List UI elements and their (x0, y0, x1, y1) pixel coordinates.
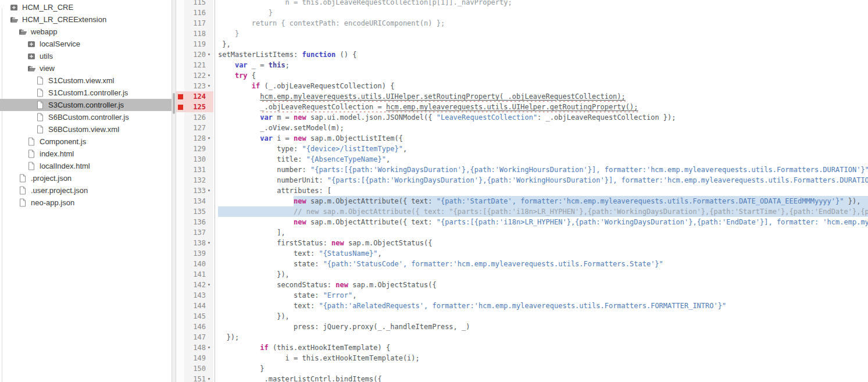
code-line-content[interactable]: ], (218, 227, 868, 238)
code-line-content[interactable]: text: "{path:'aRelatedRequests', formatt… (218, 301, 868, 311)
code-line-139[interactable]: 139 text: "{StatusName}", (176, 248, 868, 259)
code-line-content[interactable]: if (this.extHookItemTemplate) { (218, 342, 868, 353)
annotation-ruler[interactable] (176, 342, 184, 353)
line-number[interactable]: 132 (184, 175, 208, 185)
code-line-content[interactable]: new sap.m.ObjectAttribute({ text: "{part… (218, 217, 868, 227)
tree-item--user-project-json[interactable]: .user.project.json (0, 184, 172, 197)
code-line-133[interactable]: 133▾ attributes: [ (176, 185, 868, 196)
tree-item-component-js[interactable]: Component.js (0, 135, 172, 148)
annotation-ruler[interactable] (176, 301, 184, 311)
annotation-ruler[interactable] (176, 18, 184, 28)
annotation-ruler[interactable] (176, 290, 184, 301)
line-number[interactable]: 123 (184, 81, 208, 91)
fold-chevron-icon[interactable]: ▾ (208, 238, 213, 248)
line-number[interactable]: 148 (184, 342, 208, 353)
code-line-119[interactable]: 119 }, (176, 39, 868, 49)
annotation-ruler[interactable] (176, 60, 184, 70)
annotation-ruler[interactable] (176, 123, 184, 133)
annotation-ruler[interactable] (176, 353, 184, 363)
line-number[interactable]: 131 (184, 165, 208, 175)
line-number[interactable]: 125 (184, 102, 208, 112)
code-line-134[interactable]: 134 new sap.m.ObjectAttribute({ text: "{… (176, 196, 868, 206)
tree-item-view[interactable]: view (0, 62, 172, 74)
fold-chevron-icon[interactable]: ▾ (208, 185, 213, 196)
code-line-content[interactable]: try { (218, 70, 868, 81)
fold-chevron-icon[interactable]: ▾ (208, 49, 213, 60)
code-line-150[interactable]: 150 } (176, 363, 868, 374)
annotation-ruler[interactable] (176, 248, 184, 259)
code-line-content[interactable]: new sap.m.ObjectAttribute({ text: "{path… (218, 196, 868, 206)
tree-item-neo-app-json[interactable]: neo-app.json (0, 197, 172, 209)
code-line-143[interactable]: 143 state: "Error", (176, 290, 868, 301)
annotation-ruler[interactable] (176, 165, 184, 175)
code-line-141[interactable]: 141 }), (176, 269, 868, 280)
line-number[interactable]: 147 (184, 332, 208, 342)
annotation-ruler[interactable] (176, 144, 184, 154)
annotation-ruler[interactable] (176, 269, 184, 280)
tree-item-s6bcustom-controller-js[interactable]: S6BCustom.controller.js (0, 111, 172, 123)
code-line-content[interactable]: // new sap.m.ObjectAttribute({ text: "{p… (218, 206, 868, 217)
line-number[interactable]: 130 (184, 154, 208, 165)
annotation-ruler[interactable] (176, 0, 184, 8)
line-number[interactable]: 149 (184, 353, 208, 363)
code-line-131[interactable]: 131 number: "{parts:[{path:'WorkingDaysD… (176, 165, 868, 175)
code-line-content[interactable]: }), (218, 269, 868, 280)
code-line-content[interactable]: _.objLeaveRequestCollection = hcm.emp.my… (218, 102, 868, 112)
line-number[interactable]: 138 (184, 238, 208, 248)
code-line-146[interactable]: 146 press: jQuery.proxy(_._handleItemPre… (176, 322, 868, 332)
tree-item-index-html[interactable]: index.html (0, 148, 172, 160)
annotation-ruler[interactable] (176, 28, 184, 39)
line-number[interactable]: 121 (184, 60, 208, 70)
code-line-content[interactable]: i = this.extHookItemTemplate(i); (218, 353, 868, 363)
code-line-content[interactable]: attributes: [ (218, 185, 868, 196)
code-line-124[interactable]: 124 hcm.emp.myleaverequests.utils.UIHelp… (176, 91, 868, 102)
code-line-125[interactable]: 125 _.objLeaveRequestCollection = hcm.em… (176, 102, 868, 112)
code-line-138[interactable]: 138▾ firstStatus: new sap.m.ObjectStatus… (176, 238, 868, 248)
breakpoint-icon[interactable] (178, 105, 183, 110)
code-line-content[interactable]: state: "{path:'StatusCode', formatter:'h… (218, 259, 868, 269)
line-number[interactable]: 137 (184, 227, 208, 238)
code-line-118[interactable]: 118 } (176, 28, 868, 39)
annotation-ruler[interactable] (176, 322, 184, 332)
annotation-ruler[interactable] (176, 259, 184, 269)
code-line-144[interactable]: 144 text: "{path:'aRelatedRequests', for… (176, 301, 868, 311)
line-number[interactable]: 122 (184, 70, 208, 81)
tree-item-s6bcustom-view-xml[interactable]: S6BCustom.view.xml (0, 123, 172, 135)
tree-item-s3custom-controller-js[interactable]: S3Custom.controller.js (0, 99, 172, 111)
code-line-117[interactable]: 117 return { contextPath: encodeURICompo… (176, 18, 868, 28)
line-number[interactable]: 133 (184, 185, 208, 196)
annotation-ruler[interactable] (176, 311, 184, 322)
code-line-140[interactable]: 140 state: "{path:'StatusCode', formatte… (176, 259, 868, 269)
code-line-123[interactable]: 123▾ if (_.objLeaveRequestCollection) { (176, 81, 868, 91)
code-line-content[interactable]: setMasterListItems: function () { (218, 49, 868, 60)
line-number[interactable]: 140 (184, 259, 208, 269)
tree-item-utils[interactable]: utils (0, 50, 172, 62)
code-line-116[interactable]: 116 } (176, 8, 868, 18)
line-number[interactable]: 151 (184, 374, 208, 382)
line-number[interactable]: 128 (184, 133, 208, 144)
code-line-132[interactable]: 132 numberUnit: "{parts:[{path:'WorkingD… (176, 175, 868, 185)
line-number[interactable]: 120 (184, 49, 208, 60)
code-line-content[interactable]: }, (218, 39, 868, 49)
line-number[interactable]: 126 (184, 112, 208, 123)
code-line-content[interactable]: return { contextPath: encodeURIComponent… (218, 18, 868, 28)
line-number[interactable]: 116 (184, 8, 208, 18)
code-line-content[interactable]: title: "{AbsenceTypeName}", (218, 154, 868, 165)
code-line-content[interactable]: var m = new sap.ui.model.json.JSONModel(… (218, 112, 868, 123)
line-number[interactable]: 115 (184, 0, 208, 8)
code-line-content[interactable]: } (218, 363, 868, 374)
code-line-content[interactable]: var _ = this; (218, 60, 868, 70)
code-line-content[interactable]: press: jQuery.proxy(_._handleItemPress, … (218, 322, 868, 332)
code-line-115[interactable]: 115 n = this.objLeaveRequestCollection[p… (176, 0, 868, 8)
code-line-130[interactable]: 130 title: "{AbsenceTypeName}", (176, 154, 868, 165)
code-line-content[interactable]: firstStatus: new sap.m.ObjectStatus({ (218, 238, 868, 248)
annotation-ruler[interactable] (176, 133, 184, 144)
code-line-151[interactable]: 151▾ _.masterListCntrl.bindItems({ (176, 374, 868, 382)
fold-chevron-icon[interactable]: ▾ (208, 81, 213, 91)
tree-item-s1custom1-controller-js[interactable]: S1Custom1.controller.js (0, 87, 172, 99)
fold-chevron-icon[interactable]: ▾ (208, 280, 213, 290)
code-line-128[interactable]: 128▾ var i = new sap.m.ObjectListItem({ (176, 133, 868, 144)
code-line-content[interactable]: _.masterListCntrl.bindItems({ (218, 374, 868, 382)
fold-chevron-icon[interactable]: ▾ (208, 70, 213, 81)
code-line-content[interactable]: secondStatus: new sap.m.ObjectStatus({ (218, 280, 868, 290)
